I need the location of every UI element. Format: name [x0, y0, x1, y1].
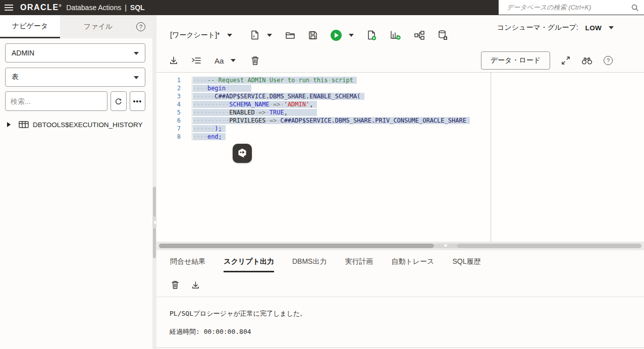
sidebar-splitter[interactable]: [152, 15, 156, 349]
product-title: SQL: [130, 4, 145, 12]
script-output-message: PL/SQLプロシージャが正常に完了しました。: [170, 309, 644, 318]
table-icon: [19, 121, 29, 129]
code-line[interactable]: 5··········ENABLED·=>·TRUE,: [156, 108, 470, 117]
tab-autotrace[interactable]: 自動トレース: [391, 257, 434, 272]
clear-worksheet-button[interactable]: [251, 56, 259, 66]
top-bar: ORACLE® Database Actions | SQL: [0, 0, 644, 15]
object-type-select[interactable]: 表: [5, 68, 145, 87]
new-file-chevron-icon[interactable]: [267, 34, 272, 37]
download-output-button[interactable]: [191, 281, 200, 289]
tab-query-result[interactable]: 問合せ結果: [170, 257, 205, 272]
sidebar-help-icon[interactable]: ?: [136, 22, 145, 31]
code-line[interactable]: 8····end;: [156, 133, 470, 141]
download-icon: [169, 56, 178, 65]
svg-text:*: *: [253, 35, 255, 40]
worksheet-help-icon[interactable]: ?: [604, 56, 613, 65]
trash-icon: [251, 56, 259, 66]
worksheet-title[interactable]: [ワークシート]*: [170, 31, 220, 40]
open-file-button[interactable]: [285, 31, 295, 40]
run-script-icon: [367, 30, 377, 41]
new-worksheet-button[interactable]: *: [250, 30, 260, 41]
horizontal-scrollbar-thumb[interactable]: [159, 244, 434, 248]
autotrace-button[interactable]: [414, 31, 424, 40]
code-editor[interactable]: 1····--·Request·ADMIN·User·to·run·this·s…: [156, 72, 644, 242]
clear-output-button[interactable]: [171, 280, 179, 289]
consumer-group-control: コンシューマ・グループ: LOW: [497, 15, 614, 40]
code-lines: 1····--·Request·ADMIN·User·to·run·this·s…: [156, 76, 470, 141]
line-content: ······);: [192, 125, 226, 133]
panel-splitter[interactable]: [156, 242, 644, 250]
code-line[interactable]: 1····--·Request·ADMIN·User·to·run·this·s…: [156, 76, 470, 84]
data-load-button[interactable]: データ・ロード: [481, 51, 550, 70]
consumer-group-chevron-icon[interactable]: [609, 26, 614, 29]
run-statement-button[interactable]: [331, 30, 342, 41]
database-search-input[interactable]: [500, 4, 631, 11]
bottom-divider: [156, 347, 644, 348]
output-tabs: 問合せ結果 スクリプト出力 DBMS出力 実行計画 自動トレース SQL履歴: [156, 250, 644, 272]
tab-sql-history[interactable]: SQL履歴: [452, 257, 480, 272]
download-icon: [191, 281, 200, 289]
line-content: ······C##ADP$SERVICE.DBMS_SHARE.ENABLE_S…: [192, 92, 364, 100]
expand-caret-icon[interactable]: [7, 122, 11, 127]
sidebar-tabs: ナビゲータ ファイル ?: [0, 15, 152, 38]
splitter-thumb[interactable]: [153, 228, 156, 258]
elapsed-time-message: 経過時間: 00:00:00.804: [170, 327, 644, 336]
font-size-chevron-icon[interactable]: [231, 59, 236, 62]
sidebar-search-row: •••: [5, 91, 145, 111]
chevron-down-icon: [134, 76, 139, 79]
schema-select[interactable]: ADMIN: [5, 43, 145, 63]
worksheet-menu-chevron-icon[interactable]: [227, 34, 232, 37]
more-options-button[interactable]: •••: [130, 91, 146, 111]
line-content: ··········PRIVILEGES·=>·C##ADP$SERVICE.D…: [192, 117, 470, 125]
format-button[interactable]: [191, 56, 201, 65]
download-worksheet-button[interactable]: [169, 56, 178, 65]
code-line[interactable]: 6··········PRIVILEGES·=>·C##ADP$SERVICE.…: [156, 117, 470, 125]
collapse-left-icon: [153, 220, 156, 224]
tab-files[interactable]: ファイル: [60, 15, 136, 38]
consumer-group-value[interactable]: LOW: [585, 24, 602, 32]
object-tree: DBTOOLS$EXECUTION_HISTORY: [0, 119, 152, 130]
splitter-thumb[interactable]: [153, 187, 156, 217]
expand-arrows-icon[interactable]: [561, 56, 570, 65]
trash-icon: [171, 280, 179, 289]
explain-plan-icon: [390, 30, 401, 40]
tab-dbms-output[interactable]: DBMS出力: [292, 257, 327, 272]
sidebar-search-input[interactable]: [5, 91, 108, 111]
editor-boundary-line: [491, 73, 491, 242]
code-line[interactable]: 3······C##ADP$SERVICE.DBMS_SHARE.ENABLE_…: [156, 92, 470, 100]
code-line[interactable]: 4··········SCHEMA_NAME·=>·'ADMIN',: [156, 100, 470, 108]
save-button[interactable]: [308, 31, 317, 40]
search-icon[interactable]: [631, 4, 639, 12]
tab-navigator[interactable]: ナビゲータ: [0, 15, 60, 38]
line-number: 2: [156, 84, 192, 92]
panel-collapse-button[interactable]: [434, 244, 457, 248]
app-title: Database Actions: [66, 4, 121, 12]
download-ddl-button[interactable]: [438, 30, 448, 40]
explain-plan-button[interactable]: [390, 30, 401, 40]
run-menu-chevron-icon[interactable]: [349, 34, 354, 37]
editor-toolbar-right: データ・ロード ?: [481, 48, 613, 73]
splitter-track[interactable]: [457, 244, 641, 248]
schema-select-value: ADMIN: [12, 49, 34, 57]
tab-explain-plan[interactable]: 実行計画: [345, 257, 373, 272]
tab-script-output[interactable]: スクリプト出力: [224, 257, 274, 272]
database-export-icon: [438, 30, 448, 40]
code-line[interactable]: 7······);: [156, 125, 470, 133]
code-line[interactable]: 2····begin: [156, 84, 470, 92]
hamburger-menu-icon[interactable]: [0, 0, 15, 15]
run-script-button[interactable]: [367, 30, 377, 41]
play-icon: [335, 33, 339, 38]
refresh-button[interactable]: [111, 91, 127, 111]
output-toolbar: [156, 272, 644, 297]
tree-item-table[interactable]: DBTOOLS$EXECUTION_HISTORY: [0, 119, 152, 130]
open-folder-icon: [285, 31, 295, 40]
line-number: 5: [156, 108, 192, 117]
chevron-down-icon: [134, 52, 139, 55]
line-number: 1: [156, 76, 192, 84]
binoculars-icon[interactable]: [581, 56, 593, 65]
sidebar-collapse-button[interactable]: [152, 217, 156, 228]
assistant-button[interactable]: [233, 144, 252, 163]
font-size-button[interactable]: Aa: [214, 56, 224, 65]
database-search-box: [499, 0, 644, 15]
collapse-down-icon: [444, 245, 448, 247]
